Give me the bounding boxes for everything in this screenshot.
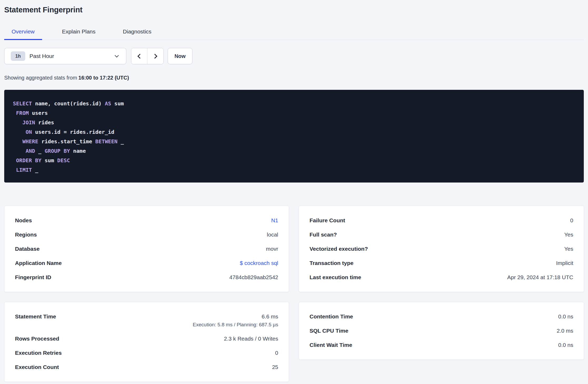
stat-row-fingerprint-id: Fingerprint ID 4784cb829aab2542 xyxy=(15,270,278,284)
stat-value: 0 xyxy=(570,217,573,224)
sql-keyword: LIMIT xyxy=(16,167,32,173)
sql-keyword: JOIN xyxy=(22,119,35,126)
stat-value-stack: 6.6 ms Execution: 5.8 ms / Planning: 687… xyxy=(193,313,278,328)
stat-label: Rows Processed xyxy=(15,336,59,342)
sql-keyword: AND xyxy=(26,148,35,154)
aggregated-stats-line: Showing aggregated stats from16:00 to 17… xyxy=(4,75,584,81)
statement-fingerprint-page: Statement Fingerprint Overview Explain P… xyxy=(0,0,588,382)
time-range-badge: 1h xyxy=(11,51,25,61)
stat-label: Fingerprint ID xyxy=(15,274,51,280)
sql-keyword: BETWEEN xyxy=(95,138,117,145)
sql-text: sum xyxy=(111,100,124,107)
stat-value: 2.0 ms xyxy=(557,328,573,334)
stat-label: Statement Time xyxy=(15,313,56,320)
stat-row-contention-time: Contention Time 0.0 ns xyxy=(310,309,573,324)
stat-row-statement-time: Statement Time 6.6 ms Execution: 5.8 ms … xyxy=(15,309,278,332)
stat-label: Execution Retries xyxy=(15,350,62,356)
stat-value: 4784cb829aab2542 xyxy=(229,274,278,280)
next-interval-button[interactable] xyxy=(147,48,163,64)
stat-row-vectorized: Vectorized execution? Yes xyxy=(310,242,573,256)
stat-label: Database xyxy=(15,246,39,252)
chevron-left-icon xyxy=(137,54,142,58)
stat-row-transaction-type: Transaction type Implicit xyxy=(310,256,573,270)
sql-text xyxy=(13,157,16,164)
sql-keyword: GROUP BY xyxy=(44,148,70,154)
sql-text: rides xyxy=(35,119,54,126)
stat-value: Yes xyxy=(564,232,573,238)
sql-text xyxy=(13,110,16,116)
sql-keyword: ON xyxy=(26,129,32,135)
stat-row-execution-retries: Execution Retries 0 xyxy=(15,346,278,360)
tab-bar: Overview Explain Plans Diagnostics xyxy=(4,28,584,40)
stat-label: Execution Count xyxy=(15,364,59,370)
sql-text xyxy=(13,119,22,126)
chevron-down-icon xyxy=(115,53,119,57)
stat-value: local xyxy=(267,232,278,238)
prev-interval-button[interactable] xyxy=(131,48,147,64)
sql-keyword: FROM xyxy=(16,110,29,116)
wait-times-card: Contention Time 0.0 ns SQL CPU Time 2.0 … xyxy=(299,302,584,360)
stat-value: 6.6 ms xyxy=(262,313,278,320)
sql-keyword: SELECT xyxy=(13,100,32,107)
stat-value: 0.0 ns xyxy=(558,313,573,320)
stat-value: 2.3 k Reads / 0 Writes xyxy=(224,336,278,342)
sql-keyword: AS xyxy=(105,100,111,107)
sql-text: name xyxy=(70,148,86,154)
stat-label: Client Wait Time xyxy=(310,342,352,348)
stat-value: Yes xyxy=(564,246,573,252)
stat-row-execution-count: Execution Count 25 xyxy=(15,360,278,374)
stat-row-full-scan: Full scan? Yes xyxy=(310,228,573,242)
page-title: Statement Fingerprint xyxy=(4,0,584,14)
sql-text: users xyxy=(29,110,48,116)
stat-label: Contention Time xyxy=(310,313,353,320)
stat-subvalue: Execution: 5.8 ms / Planning: 687.5 µs xyxy=(193,322,278,328)
tab-overview[interactable]: Overview xyxy=(4,28,42,40)
sql-text xyxy=(13,129,26,135)
stat-value: 0.0 ns xyxy=(558,342,573,348)
stat-row-application-name: Application Name $ cockroach sql xyxy=(15,256,278,270)
application-name-link[interactable]: $ cockroach sql xyxy=(240,260,278,266)
summary-cards: Nodes N1 Regions local Database movr App… xyxy=(4,206,584,382)
stat-label: Regions xyxy=(15,232,37,238)
sql-text: users.id = rides.rider_id xyxy=(32,129,114,135)
tab-diagnostics[interactable]: Diagnostics xyxy=(116,28,159,40)
stat-row-last-execution: Last execution time Apr 29, 2024 at 17:1… xyxy=(310,270,573,284)
sql-text: name, count(rides.id) xyxy=(32,100,105,107)
statement-times-card: Statement Time 6.6 ms Execution: 5.8 ms … xyxy=(4,302,289,382)
stat-label: Vectorized execution? xyxy=(310,246,368,252)
sql-keyword: ORDER BY xyxy=(16,157,41,164)
stat-label: Application Name xyxy=(15,260,62,266)
stats-line-range: 16:00 to 17:22 (UTC) xyxy=(78,75,129,81)
sql-text xyxy=(13,167,16,173)
stat-row-sql-cpu-time: SQL CPU Time 2.0 ms xyxy=(310,324,573,338)
stat-value: 25 xyxy=(272,364,278,370)
tab-explain-plans[interactable]: Explain Plans xyxy=(55,28,103,40)
stat-label: SQL CPU Time xyxy=(310,328,348,334)
sql-keyword: WHERE xyxy=(22,138,38,145)
chevron-right-icon xyxy=(152,54,157,58)
stat-value: Apr 29, 2024 at 17:18 UTC xyxy=(507,274,573,280)
overview-details-card: Nodes N1 Regions local Database movr App… xyxy=(4,206,289,292)
time-step-button-group xyxy=(131,48,164,64)
stat-value: Implicit xyxy=(556,260,573,266)
stat-row-nodes: Nodes N1 xyxy=(15,213,278,228)
time-range-label: Past Hour xyxy=(29,53,54,59)
stat-label: Last execution time xyxy=(310,274,361,280)
stat-row-regions: Regions local xyxy=(15,228,278,242)
sql-text: _ xyxy=(117,138,124,145)
now-button[interactable]: Now xyxy=(168,48,192,64)
time-range-dropdown[interactable]: 1h Past Hour xyxy=(4,48,126,64)
sql-text xyxy=(13,138,22,145)
stat-row-rows-processed: Rows Processed 2.3 k Reads / 0 Writes xyxy=(15,332,278,346)
sql-text: _ xyxy=(35,148,44,154)
stat-label: Failure Count xyxy=(310,217,345,224)
sql-keyword: DESC xyxy=(57,157,70,164)
stat-value: 0 xyxy=(275,350,278,356)
stat-label: Transaction type xyxy=(310,260,353,266)
stat-row-database: Database movr xyxy=(15,242,278,256)
stat-label: Nodes xyxy=(15,217,32,224)
stat-value: movr xyxy=(266,246,278,252)
nodes-link[interactable]: N1 xyxy=(271,217,278,224)
stat-row-client-wait-time: Client Wait Time 0.0 ns xyxy=(310,338,573,352)
stat-label: Full scan? xyxy=(310,232,337,238)
